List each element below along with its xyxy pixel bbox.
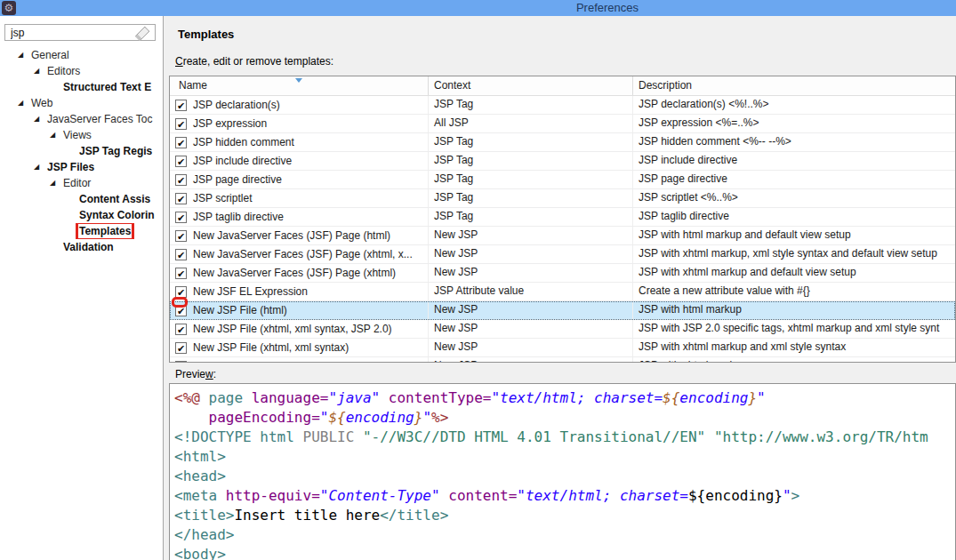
template-name: New JavaServer Faces (JSF) Page (xhtml) <box>193 265 396 282</box>
template-name: New JSF EL Expression <box>193 284 308 300</box>
tree-item-validation[interactable]: Validation <box>0 239 163 255</box>
template-row-new-jsp-file-html[interactable]: ✔New JSP File (html)New JSPJSP with html… <box>170 301 955 320</box>
template-row-new-jsp-file-xhtml-xml-syntax[interactable]: ✔New JSP File (xhtml, xml syntax)New JSP… <box>170 339 955 357</box>
code-line: <body> <box>174 545 955 560</box>
filter-input[interactable] <box>5 25 141 40</box>
template-name: New JSP File (html) <box>193 302 287 319</box>
template-name-cell: ✔New JavaServer Faces (JSF) Page (html) <box>170 227 429 244</box>
code-line: <head> <box>174 467 955 486</box>
template-row-jsp-scriptlet[interactable]: ✔JSP scriptletJSP TagJSP scriptlet <%..%… <box>170 189 955 208</box>
template-name: New JavaServer Faces (JSF) Page (xhtml, … <box>193 246 413 263</box>
template-context: New JSP <box>429 339 633 356</box>
template-name: JSP include directive <box>193 153 292 170</box>
tree-item-templates[interactable]: Templates <box>0 223 163 239</box>
tree-item-structured-text-e[interactable]: Structured Text E <box>0 79 163 95</box>
table-header: NameContextDescription <box>170 76 955 96</box>
tree-item-web[interactable]: ◢Web <box>0 95 163 111</box>
template-checkbox[interactable]: ✔ <box>175 286 187 298</box>
tree-item-jsp-tag-regis[interactable]: JSP Tag Regis <box>0 143 163 159</box>
tree-item-editors[interactable]: ◢Editors <box>0 63 163 79</box>
template-checkbox[interactable]: ✔ <box>175 249 187 260</box>
tree-item-views[interactable]: ◢Views <box>0 127 163 143</box>
expand-arrow-icon[interactable]: ◢ <box>34 159 47 175</box>
template-description: JSP with xhtml markup <box>633 357 956 363</box>
template-row-new-jsp-file-xhtml[interactable]: ✔New JSP File (xhtml)New JSPJSP with xht… <box>170 357 955 363</box>
template-name: JSP declaration(s) <box>193 97 280 114</box>
template-description: JSP declaration(s) <%!..%> <box>633 96 956 114</box>
tree-item-general[interactable]: ◢General <box>0 47 163 63</box>
tree-item-jsp-files[interactable]: ◢JSP Files <box>0 159 163 175</box>
preferences-dialog: ⚙ Preferences ◢General◢EditorsStructured… <box>0 0 956 560</box>
template-checkbox[interactable]: ✔ <box>175 193 187 204</box>
template-checkbox[interactable]: ✔ <box>175 230 187 242</box>
template-row-new-javaserver-faces-jsf-page-xhtml[interactable]: ✔New JavaServer Faces (JSF) Page (xhtml)… <box>170 264 955 283</box>
column-header-name[interactable]: Name <box>170 76 429 95</box>
column-header-context[interactable]: Context <box>429 76 633 95</box>
template-name-cell: ✔New JSF EL Expression <box>170 283 429 300</box>
tree-item-label: JSP Tag Regis <box>79 145 152 157</box>
template-context: New JSP <box>429 357 633 363</box>
template-row-new-javaserver-faces-jsf-page-html[interactable]: ✔New JavaServer Faces (JSF) Page (html)N… <box>170 227 955 245</box>
template-name-cell: ✔New JSP File (html) <box>170 301 429 319</box>
preview-label-text: Previe <box>175 368 205 380</box>
window-titlebar[interactable]: ⚙ Preferences <box>0 0 956 16</box>
template-checkbox[interactable]: ✔ <box>175 324 187 335</box>
expand-arrow-icon[interactable]: ◢ <box>18 47 31 63</box>
template-row-jsp-taglib-directive[interactable]: ✔JSP taglib directiveJSP TagJSP taglib d… <box>170 208 955 227</box>
template-description: JSP expression <%=..%> <box>633 115 956 132</box>
preview-pane[interactable]: <%@ page language="java" contentType="te… <box>169 383 956 560</box>
template-checkbox[interactable]: ✔ <box>175 100 187 111</box>
template-checkbox[interactable]: ✔ <box>175 342 187 354</box>
expand-arrow-icon[interactable]: ◢ <box>34 111 47 127</box>
template-checkbox[interactable]: ✔ <box>175 174 187 186</box>
template-row-jsp-include-directive[interactable]: ✔JSP include directiveJSP TagJSP include… <box>170 152 955 171</box>
template-name: JSP page directive <box>193 172 282 188</box>
expand-arrow-icon[interactable]: ◢ <box>50 127 63 143</box>
template-name: JSP taglib directive <box>193 209 284 226</box>
tree-item-javaserver-faces-toc[interactable]: ◢JavaServer Faces Toc <box>0 111 163 127</box>
template-checkbox[interactable]: ✔ <box>175 361 187 364</box>
template-description: JSP taglib directive <box>633 208 956 226</box>
expand-arrow-icon[interactable]: ◢ <box>50 175 63 191</box>
template-row-jsp-declaration-s[interactable]: ✔JSP declaration(s)JSP TagJSP declaratio… <box>170 96 955 115</box>
expand-arrow-icon[interactable]: ◢ <box>18 95 31 111</box>
template-name-cell: ✔JSP include directive <box>170 152 429 170</box>
template-row-jsp-expression[interactable]: ✔JSP expressionAll JSPJSP expression <%=… <box>170 115 955 133</box>
template-row-jsp-hidden-comment[interactable]: ✔JSP hidden commentJSP TagJSP hidden com… <box>170 133 955 152</box>
template-name: JSP scriptlet <box>193 190 252 207</box>
template-name: New JSP File (xhtml, xml syntax) <box>193 340 349 356</box>
code-line: <%@ page language="java" contentType="te… <box>174 388 955 408</box>
expand-arrow-icon[interactable]: ◢ <box>34 63 47 79</box>
instruction-label: Create, edit or remove templates: <box>175 55 333 68</box>
tree-item-label: Views <box>63 129 92 141</box>
template-name-cell: ✔New JavaServer Faces (JSF) Page (xhtml,… <box>170 245 429 263</box>
template-checkbox[interactable]: ✔ <box>175 118 187 130</box>
template-description: Create a new attribute value with #{} <box>633 283 956 300</box>
tree-item-label: Web <box>31 97 52 109</box>
code-line: pageEncoding="${encoding}"%> <box>174 408 955 428</box>
template-checkbox[interactable]: ✔ <box>175 268 187 279</box>
tree-item-content-assis[interactable]: Content Assis <box>0 191 163 207</box>
template-description: JSP page directive <box>633 171 956 188</box>
code-line: <html> <box>174 447 955 467</box>
table-body: ✔JSP declaration(s)JSP TagJSP declaratio… <box>170 96 955 363</box>
tree-item-editor[interactable]: ◢Editor <box>0 175 163 191</box>
template-row-jsp-page-directive[interactable]: ✔JSP page directiveJSP TagJSP page direc… <box>170 171 955 189</box>
preview-label-colon: : <box>213 368 216 380</box>
code-line: <title>Insert title here</title> <box>174 506 955 525</box>
tree-item-syntax-colorin[interactable]: Syntax Colorin <box>0 207 163 223</box>
template-row-new-javaserver-faces-jsf-page-xhtml-x[interactable]: ✔New JavaServer Faces (JSF) Page (xhtml,… <box>170 245 955 264</box>
template-description: JSP with JSP 2.0 specific tags, xhtml ma… <box>633 320 956 338</box>
template-context: New JSP <box>429 245 633 263</box>
template-row-new-jsp-file-xhtml-xml-syntax-jsp-2-0[interactable]: ✔New JSP File (xhtml, xml syntax, JSP 2.… <box>170 320 955 339</box>
column-header-description[interactable]: Description <box>633 76 956 95</box>
template-row-new-jsf-el-expression[interactable]: ✔New JSF EL ExpressionJSP Attribute valu… <box>170 283 955 301</box>
filter-box <box>4 24 156 41</box>
code-line: <meta http-equiv="Content-Type" content=… <box>174 486 955 506</box>
template-checkbox[interactable]: ✔ <box>175 212 187 223</box>
instruction-text: reate, edit or remove templates: <box>183 55 333 68</box>
template-context: New JSP <box>429 227 633 244</box>
tree-item-label: Templates <box>79 225 131 237</box>
template-checkbox[interactable]: ✔ <box>175 137 187 148</box>
template-checkbox[interactable]: ✔ <box>175 156 187 167</box>
